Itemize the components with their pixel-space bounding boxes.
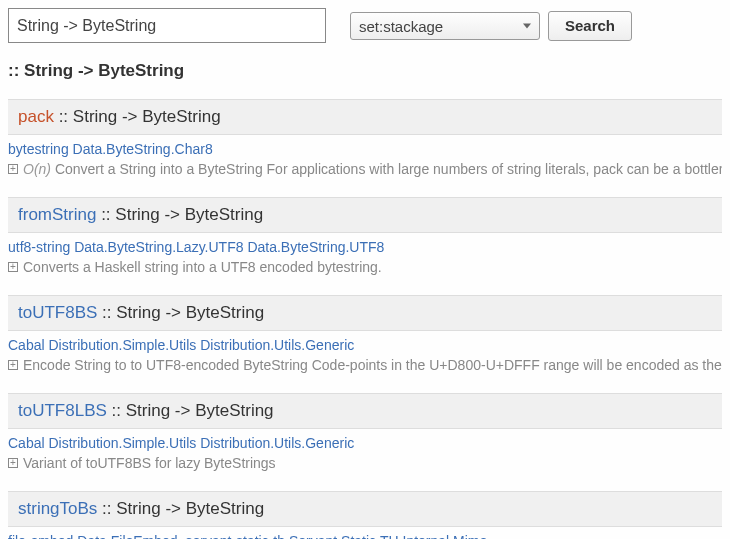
module-link[interactable]: Distribution.Simple.Utils	[48, 435, 196, 451]
module-link[interactable]: Distribution.Simple.Utils	[48, 337, 196, 353]
result-item: toUTF8LBS :: String -> ByteStringCabal D…	[8, 393, 722, 471]
module-link[interactable]: Servant.Static.TH.Internal.Mime	[289, 533, 487, 539]
expand-icon[interactable]: +	[8, 164, 18, 174]
scope-select[interactable]: set:stackage	[350, 12, 540, 40]
source-line: file-embed Data.FileEmbed, servant-stati…	[8, 533, 722, 539]
module-link[interactable]: Distribution.Utils.Generic	[200, 435, 354, 451]
description-line: +Encode String to to UTF8-encoded ByteSt…	[8, 357, 722, 373]
expand-icon[interactable]: +	[8, 262, 18, 272]
description-line: +Converts a Haskell string into a UTF8 e…	[8, 259, 722, 275]
module-link[interactable]: Data.ByteString.Lazy.UTF8	[74, 239, 243, 255]
type-signature: :: String -> ByteString	[107, 401, 274, 420]
result-item: pack :: String -> ByteStringbytestring D…	[8, 99, 722, 177]
function-name[interactable]: pack	[18, 107, 54, 126]
results-list: pack :: String -> ByteStringbytestring D…	[8, 99, 722, 539]
package-link[interactable]: file-embed	[8, 533, 73, 539]
type-signature: :: String -> ByteString	[96, 205, 263, 224]
type-signature: :: String -> ByteString	[97, 303, 264, 322]
signature-bar: fromString :: String -> ByteString	[8, 197, 722, 233]
scope-select-value: set:stackage	[359, 18, 443, 35]
function-name[interactable]: fromString	[18, 205, 96, 224]
expand-icon[interactable]: +	[8, 458, 18, 468]
description-line: +Variant of toUTF8BS for lazy ByteString…	[8, 455, 722, 471]
search-input[interactable]	[8, 8, 326, 43]
search-bar: set:stackage Search	[8, 8, 722, 43]
signature-bar: pack :: String -> ByteString	[8, 99, 722, 135]
signature-bar: stringToBs :: String -> ByteString	[8, 491, 722, 527]
result-item: stringToBs :: String -> ByteStringfile-e…	[8, 491, 722, 539]
result-item: fromString :: String -> ByteStringutf8-s…	[8, 197, 722, 275]
source-line: bytestring Data.ByteString.Char8	[8, 141, 722, 157]
signature-bar: toUTF8LBS :: String -> ByteString	[8, 393, 722, 429]
description-text: Variant of toUTF8BS for lazy ByteStrings	[23, 455, 722, 471]
function-name[interactable]: toUTF8BS	[18, 303, 97, 322]
source-line: utf8-string Data.ByteString.Lazy.UTF8 Da…	[8, 239, 722, 255]
function-name[interactable]: stringToBs	[18, 499, 97, 518]
query-heading: :: String -> ByteString	[8, 61, 722, 81]
search-button[interactable]: Search	[548, 11, 632, 41]
description-text: O(n) Convert a String into a ByteString …	[23, 161, 722, 177]
package-link[interactable]: Cabal	[8, 435, 45, 451]
signature-bar: toUTF8BS :: String -> ByteString	[8, 295, 722, 331]
module-link[interactable]: Data.ByteString.UTF8	[247, 239, 384, 255]
module-link[interactable]: Data.FileEmbed	[77, 533, 177, 539]
type-signature: :: String -> ByteString	[97, 499, 264, 518]
type-signature: :: String -> ByteString	[54, 107, 221, 126]
expand-icon[interactable]: +	[8, 360, 18, 370]
module-link[interactable]: Data.ByteString.Char8	[73, 141, 213, 157]
description-line: +O(n) Convert a String into a ByteString…	[8, 161, 722, 177]
result-item: toUTF8BS :: String -> ByteStringCabal Di…	[8, 295, 722, 373]
description-text: Converts a Haskell string into a UTF8 en…	[23, 259, 722, 275]
package-link[interactable]: servant-static-th	[185, 533, 285, 539]
package-link[interactable]: bytestring	[8, 141, 69, 157]
function-name[interactable]: toUTF8LBS	[18, 401, 107, 420]
package-link[interactable]: Cabal	[8, 337, 45, 353]
description-text: Encode String to to UTF8-encoded ByteStr…	[23, 357, 722, 373]
source-line: Cabal Distribution.Simple.Utils Distribu…	[8, 337, 722, 353]
module-link[interactable]: Distribution.Utils.Generic	[200, 337, 354, 353]
source-line: Cabal Distribution.Simple.Utils Distribu…	[8, 435, 722, 451]
package-link[interactable]: utf8-string	[8, 239, 70, 255]
